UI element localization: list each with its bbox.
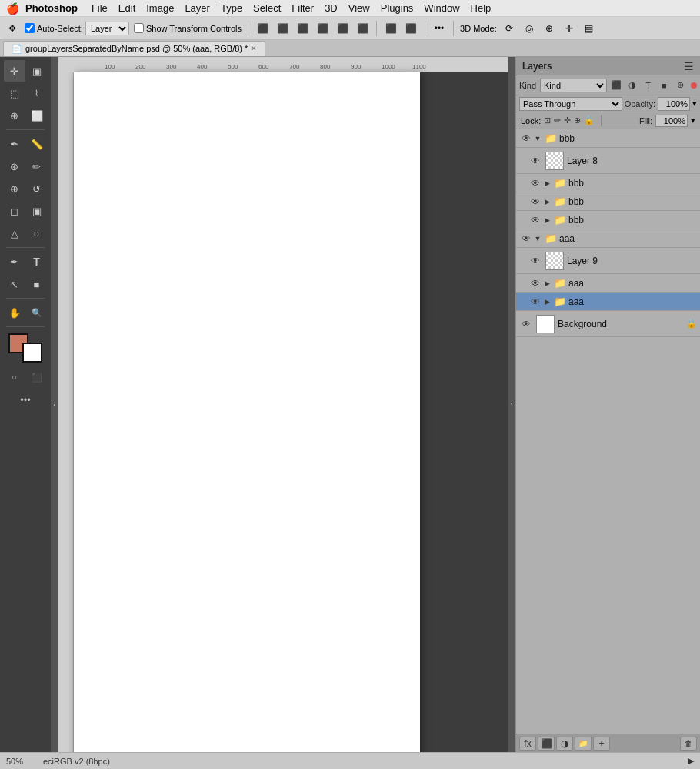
menu-view[interactable]: View — [344, 2, 375, 14]
layer-collapse-icon[interactable]: ▶ — [542, 179, 552, 188]
filter-adjustment-icon[interactable]: ◑ — [625, 79, 639, 92]
zoom-tool[interactable]: 🔍 — [26, 302, 48, 323]
layer-row[interactable]: 👁 Layer 9 — [516, 248, 700, 274]
tab-close-btn[interactable]: ✕ — [251, 45, 257, 52]
quick-select-tool[interactable]: ⊕ — [4, 105, 25, 126]
layer-visibility-icon[interactable]: 👁 — [528, 276, 542, 290]
layer-row[interactable]: 👁 Layer 8 — [516, 148, 700, 174]
opacity-dropdown-arrow[interactable]: ▾ — [692, 99, 697, 109]
background-color[interactable] — [22, 343, 42, 363]
add-adjustment-btn[interactable]: ◑ — [556, 737, 573, 751]
distribute-v-icon[interactable]: ⬛ — [403, 21, 418, 36]
new-layer-btn[interactable]: + — [593, 737, 610, 751]
layer-collapse-icon[interactable]: ▶ — [542, 279, 552, 288]
align-top-icon[interactable]: ⬛ — [315, 21, 330, 36]
opacity-value[interactable]: 100% — [658, 97, 690, 111]
screen-mode-tool[interactable]: ⬛ — [26, 366, 48, 388]
quick-mask-tool[interactable]: ○ — [4, 366, 25, 388]
layer-row[interactable]: 👁 ▶ 📁 bbb — [516, 174, 700, 192]
add-layer-style-btn[interactable]: fx — [519, 737, 536, 751]
clone-tool[interactable]: ⊕ — [4, 178, 25, 199]
menu-help[interactable]: Help — [466, 2, 496, 14]
layer-row[interactable]: 👁 ▶ 📁 bbb — [516, 211, 700, 229]
menu-type[interactable]: Type — [216, 2, 247, 14]
eraser-tool[interactable]: ◻ — [4, 200, 25, 222]
dodge-tool[interactable]: ○ — [26, 222, 48, 244]
layer-visibility-icon[interactable]: 👁 — [519, 317, 533, 331]
more-tools-btn[interactable]: ••• — [15, 389, 36, 410]
layer-visibility-icon[interactable]: 👁 — [528, 195, 542, 209]
align-right-icon[interactable]: ⬛ — [295, 21, 310, 36]
layer-visibility-icon[interactable]: 👁 — [528, 254, 542, 268]
auto-select-dropdown[interactable]: Layer Group — [85, 22, 129, 35]
3d-icon-5[interactable]: ▤ — [582, 21, 597, 36]
crop-tool[interactable]: ⬜ — [26, 105, 48, 126]
layers-panel-menu-icon[interactable]: ☰ — [684, 60, 694, 72]
lasso-tool[interactable]: ⌇ — [26, 82, 48, 104]
ruler-tool[interactable]: 📏 — [26, 133, 48, 155]
add-mask-btn[interactable]: ⬛ — [538, 737, 555, 751]
menu-layer[interactable]: Layer — [180, 2, 215, 14]
3d-icon-4[interactable]: ✛ — [562, 21, 577, 36]
layer-visibility-icon[interactable]: 👁 — [528, 176, 542, 190]
auto-select-checkbox[interactable] — [25, 23, 35, 33]
align-left-icon[interactable]: ⬛ — [255, 21, 270, 36]
move-mode-icon[interactable]: ✥ — [5, 21, 20, 36]
fill-dropdown-arrow[interactable]: ▾ — [691, 115, 695, 125]
pen-tool[interactable]: ✒ — [4, 251, 25, 272]
hand-tool[interactable]: ✋ — [4, 302, 25, 323]
fill-value[interactable]: 100% — [655, 115, 688, 127]
blur-tool[interactable]: △ — [4, 222, 25, 244]
menu-filter[interactable]: Filter — [287, 2, 318, 14]
gradient-tool[interactable]: ▣ — [26, 200, 48, 222]
menu-file[interactable]: File — [87, 2, 112, 14]
layer-collapse-icon[interactable]: ▶ — [542, 216, 552, 225]
lock-all-icon[interactable]: 🔒 — [584, 115, 595, 125]
layer-row-selected[interactable]: 👁 ▶ 📁 aaa — [516, 293, 700, 311]
distribute-h-icon[interactable]: ⬛ — [383, 21, 398, 36]
layer-row[interactable]: 👁 ▶ 📁 bbb — [516, 192, 700, 211]
shape-tool[interactable]: ■ — [26, 273, 48, 295]
filter-shape-icon[interactable]: ■ — [657, 79, 671, 92]
layer-visibility-icon[interactable]: 👁 — [519, 132, 533, 145]
rect-select-tool[interactable]: ⬚ — [4, 82, 25, 104]
move-tool[interactable]: ✛ — [4, 60, 25, 82]
layer-visibility-icon[interactable]: 👁 — [519, 232, 533, 246]
lock-artboard-icon[interactable]: ⊕ — [574, 115, 581, 125]
canvas-area[interactable]: 100 200 300 400 500 600 700 800 900 1000… — [58, 57, 508, 752]
lock-position-icon[interactable]: ✛ — [564, 115, 571, 125]
menu-edit[interactable]: Edit — [114, 2, 140, 14]
path-select-tool[interactable]: ↖ — [4, 273, 25, 295]
brush-tool[interactable]: ✏ — [26, 155, 48, 177]
eyedropper-tool[interactable]: ✒ — [4, 133, 25, 155]
layer-row[interactable]: 👁 ▶ 📁 aaa — [516, 274, 700, 293]
layer-collapse-icon[interactable]: ▶ — [542, 297, 552, 306]
menu-plugins[interactable]: Plugins — [376, 2, 418, 14]
3d-icon-3[interactable]: ⊕ — [542, 21, 557, 36]
new-group-btn[interactable]: 📁 — [575, 737, 592, 751]
menu-image[interactable]: Image — [142, 2, 178, 14]
blend-mode-dropdown[interactable]: Pass Through Normal Dissolve Darken Mult… — [519, 97, 622, 111]
3d-icon-1[interactable]: ⟳ — [502, 21, 517, 36]
align-center-v-icon[interactable]: ⬛ — [335, 21, 350, 36]
left-panel-collapse[interactable]: ‹ — [51, 57, 58, 752]
layer-visibility-icon[interactable]: 👁 — [528, 213, 542, 227]
filter-type-icon[interactable]: T — [642, 79, 655, 92]
lock-image-icon[interactable]: ✏ — [554, 115, 561, 125]
history-brush-tool[interactable]: ↺ — [26, 178, 48, 199]
filter-pixel-icon[interactable]: ⬛ — [609, 79, 623, 92]
layer-collapse-icon[interactable]: ▼ — [533, 134, 542, 143]
transform-controls-checkbox[interactable] — [134, 23, 144, 33]
heal-tool[interactable]: ⊛ — [4, 155, 25, 177]
layer-row[interactable]: 👁 ▼ 📁 aaa — [516, 229, 700, 248]
filter-smart-icon[interactable]: ⊛ — [673, 79, 687, 92]
menu-select[interactable]: Select — [248, 2, 285, 14]
document-tab[interactable]: 📄 groupLayersSeparatedByName.psd @ 50% (… — [3, 41, 265, 56]
layer-row[interactable]: 👁 ▼ 📁 bbb — [516, 129, 700, 148]
layer-collapse-icon[interactable]: ▼ — [533, 234, 542, 243]
align-bottom-icon[interactable]: ⬛ — [355, 21, 370, 36]
lock-transparent-icon[interactable]: ⊡ — [544, 115, 551, 125]
3d-icon-2[interactable]: ◎ — [522, 21, 537, 36]
delete-layer-btn[interactable]: 🗑 — [680, 737, 697, 751]
filter-kind-dropdown[interactable]: Kind Name Effect Mode Attribute Color Sm… — [540, 79, 607, 92]
